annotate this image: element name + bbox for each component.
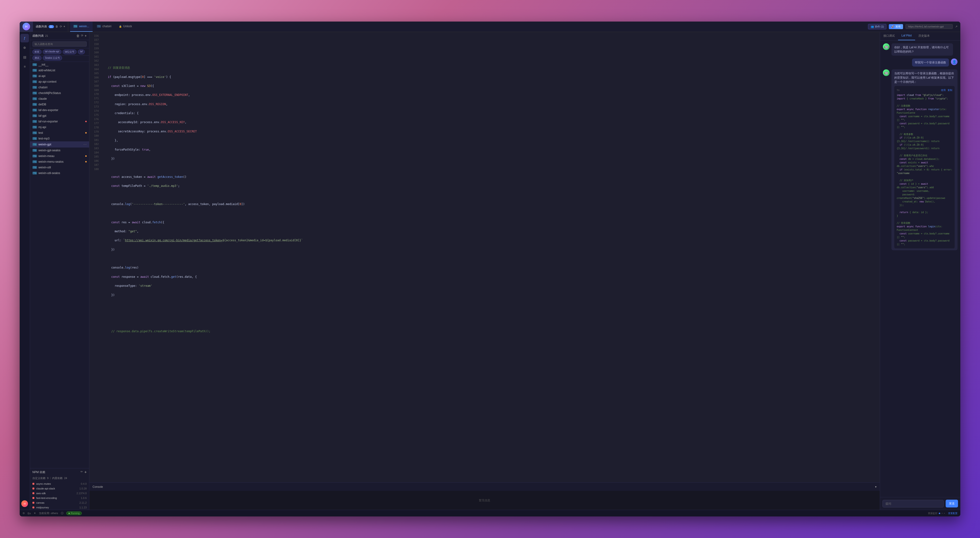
function-item-weixin-util[interactable]: TS weixin-util [30,165,89,170]
logs-icon: ≡ [24,65,25,68]
chat-input[interactable] [883,500,944,508]
function-item-ap-api[interactable]: TS ap-api-context [30,79,89,84]
publish-button[interactable]: 🚀 发布 [889,24,903,29]
function-item-laf-gpt[interactable]: TS laf-gpt [30,113,89,119]
npm-item-aws-sdk[interactable]: aws-sdk 2.1374.0 [30,491,89,496]
function-item-init[interactable]: TS __init__ [30,62,89,67]
npm-item-claude-api[interactable]: claude-api-slack 1.0.28 [30,486,89,491]
merge-icon: ⊕ [23,46,26,49]
function-item-laf-dev[interactable]: TS laf-dev-exporter [30,107,89,113]
function-item-claude[interactable]: TS claude [30,96,89,102]
tag-laf-claude[interactable]: laf-claude-api [43,49,61,54]
panel-share-icon[interactable]: ⟳ [81,34,83,38]
function-item-weixin-menu-sealos[interactable]: TS weixin-menu-sealos [30,159,89,165]
function-item-checkmjpic[interactable]: TS checkMjPicStatus [30,90,89,96]
sidebar-item-storage[interactable]: ▤ [21,53,29,61]
more-icon[interactable]: ⋯ [83,143,87,146]
ts-badge: TS [32,166,37,169]
sidebar-item-functions[interactable]: ƒ [21,34,29,42]
editor-content[interactable]: 156 157 158 159 160 161 162 163 164 165 … [89,32,880,482]
search-input[interactable] [32,41,87,47]
panel-trash-icon[interactable]: 🗑 [76,34,80,38]
tag-laf[interactable]: laf [78,49,85,54]
function-item-test-mp3[interactable]: TS test-mp3 [30,136,89,142]
header-tab-unlock[interactable]: 🔒 Unlock [116,22,135,32]
send-button[interactable]: 发送 [946,500,958,508]
ts-icon: TS [73,25,78,28]
chat-bubble-bot-2: 当然可以帮你写一个登录注册函数，根据你提供的背景知识，我可以使用 Laf 框架来… [891,69,958,250]
npm-add-icon[interactable]: + [84,470,86,474]
panel-add-icon[interactable]: + [85,34,87,38]
url-bar: https://htr4n1.laf.run/weixin-gpt [905,24,953,29]
panel-title: 函数列表 21 [32,34,48,38]
chat-message-user: 👤 帮我写一个登录注册函数 [883,59,958,67]
functions-icon: ƒ [24,36,25,40]
sidebar-item-user-avatar[interactable]: H [21,500,29,508]
ts-badge: TS [32,75,37,78]
tab-history[interactable]: 历史版本 [915,32,933,40]
function-item-weixin-gpt-sealos[interactable]: TS weixin-gpt-sealos [30,148,89,153]
app-window: H 函数列表 21 🗑 ⟳ + TS weixin... TS chatsiri… [20,22,960,516]
add-function-icon[interactable]: + [64,25,65,28]
ts-badge: TS [32,149,37,152]
header-tab-chatsiri[interactable]: TS chatsiri [94,22,115,32]
bot-avatar: 🤖 [883,43,889,50]
function-item-weixin-meau[interactable]: TS weixin-meau [30,153,89,159]
npm-builtin-label: 内置依赖 24 [52,476,67,480]
npm-color-dot [32,483,34,485]
npm-edit-icon[interactable]: ✏ [81,470,83,474]
status-bar: ⚙ En ☀ 当前应用: others ⓘ Running 资源监控 • • 变… [20,510,960,516]
external-link-icon[interactable]: ↗ [955,25,958,28]
function-item-test[interactable]: TS test [30,130,89,136]
function-item-add-whitelist[interactable]: TS add-whiteList [30,67,89,73]
tab-laf-pilot[interactable]: Laf Pilot [898,32,915,40]
config-link[interactable]: 变更配置 [948,512,958,515]
left-panel: 函数列表 21 🗑 ⟳ + 标签 laf-claude-api laf公众号 l… [30,32,89,510]
header-tab-weixin[interactable]: TS weixin... [70,22,92,32]
share-icon[interactable]: ⟳ [60,25,62,28]
sidebar-item-merge[interactable]: ⊕ [21,43,29,52]
npm-item-fast-text[interactable]: fast-text-encoding 1.0.6 [30,496,89,500]
ts-badge: TS [32,69,37,72]
ts-badge: TS [32,172,37,175]
resource-dot-1 [939,513,940,514]
npm-item-midjourney[interactable]: midjourney 1.1.23 [30,505,89,510]
function-item-laf-run[interactable]: TS laf-run-exporter [30,119,89,124]
project-name: 函数列表 21 🗑 ⟳ + [33,22,68,32]
function-item-chatsiri[interactable]: TS chatsiri [30,84,89,90]
collab-button[interactable]: 👥 协作 (1) [868,24,887,29]
copy-code-button[interactable]: 复制 [948,88,952,92]
status-left: ⚙ En ☀ 当前应用: others ⓘ Running [22,511,82,515]
function-item-weixin-util-sealos[interactable]: TS weixin-util-sealos [30,170,89,176]
chat-area: 🤖 你好，我是 Laf AI 开发助理，请问有什么可以帮助您的吗？ 👤 帮我写一… [880,40,960,497]
editor-area: 156 157 158 159 160 161 162 163 164 165 … [89,32,880,510]
right-panel: 接口调试 Laf Pilot 历史版本 🤖 你好，我是 Laf AI 开发助理，… [880,32,960,510]
tag-laf-gongzhong[interactable]: laf公众号 [63,49,77,54]
sidebar-item-logs[interactable]: ≡ [21,62,29,71]
npm-header-icons: ✏ + [81,470,86,474]
console-empty-text: 暂无信息 [479,498,490,503]
use-code-button[interactable]: 使用 [941,88,946,92]
tag-test[interactable]: 测试 [32,56,41,60]
npm-item-async-mutex[interactable]: async-mutex 0.4.0 [30,481,89,486]
ts-badge: TS [32,63,37,66]
ts-badge: TS [32,126,37,129]
tab-api-debug[interactable]: 接口调试 [880,32,898,40]
code-block: ts 使用 复制 import cloud from "@lafjs/cloud… [894,86,955,248]
tag-sealos[interactable]: Sealos 公众号 [43,56,62,60]
npm-item-canvas[interactable]: canvas 2.11.2 [30,500,89,505]
settings-icon[interactable]: ⚙ [22,512,25,515]
right-panel-tabs: 接口调试 Laf Pilot 历史版本 [880,32,960,40]
logo-text: H [25,25,27,29]
npm-header[interactable]: NPM 依赖 ✏ + [30,468,89,476]
function-item-weixin-gpt[interactable]: TS weixin-gpt ⋯ [30,142,89,148]
status-text: Running [71,512,80,514]
function-item-mj-api[interactable]: TS mj-api [30,124,89,130]
tag-标签[interactable]: 标签 [32,49,41,54]
function-item-ai-api[interactable]: TS ai-api [30,73,89,79]
help-icon[interactable]: ⓘ [61,511,64,515]
console-bar[interactable]: Console ▾ [89,482,880,491]
function-item-deldb[interactable]: TS delDB [30,102,89,107]
ts-badge: TS [32,97,37,100]
trash-icon[interactable]: 🗑 [56,25,58,28]
